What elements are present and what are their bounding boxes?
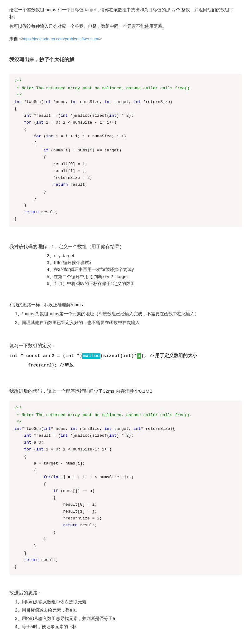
- final-item-3: 3、用for()从输入数组总寻找元素，并判断是否等于a: [15, 615, 242, 622]
- review-section: 复习一下数组的定义： int * const arr2 = (int *)mal…: [9, 342, 242, 369]
- analysis-item-4: 5、在第二个循环中用if()判断x+y ?= target: [22, 273, 242, 280]
- analysis-item-3: 4、在3的for循环中再用一次for循环挨个尝试y: [22, 266, 242, 273]
- source-link[interactable]: https://leetcode-cn.com/problems/two-sum…: [22, 37, 99, 41]
- malloc-highlight: malloc: [82, 353, 100, 359]
- section1-title-block: 我没写出来，抄了个大佬的解: [9, 56, 242, 64]
- intro-section: 给定一个整数数组 nums 和一个目标值 target，请你在该数组中找出和为目…: [9, 6, 242, 42]
- review-code-prefix: int * const arr2 = (int *): [9, 353, 82, 359]
- analysis-section: 我对该代码的理解：1、定义一个数组（用于储存结果） 2、x+y=target 3…: [9, 243, 242, 287]
- analysis-list: 2、x+y=target 3、用for循环挨个尝试x 4、在3的for循环中再用…: [9, 252, 242, 287]
- understanding-intro: 和我的思路一样，我没正确理解*nums: [9, 301, 242, 308]
- analysis-item-2: 3、用for循环挨个尝试x: [22, 259, 242, 266]
- final-list: 1、用for()从输入数组中依次选取元素 2、用目标值减去给元素，得到a 3、用…: [9, 598, 242, 630]
- source-reference: 来自 <https://leetcode-cn.com/problems/two…: [9, 35, 242, 42]
- review-code-line1: int * const arr2 = (int *)malloc(sizeof(…: [9, 352, 242, 360]
- understanding-item1-text: 1、*nums 为数组nums第一个元素的地址（即该数组已经输入完成，不需要在函…: [15, 310, 242, 317]
- understanding-item2-text: 2、同理其他在函数里已经定义好的，也不需要在函数中在次输入: [15, 319, 242, 326]
- final-section: 改进后的思路： 1、用for()从输入数组中依次选取元素 2、用目标值减去给元素…: [9, 589, 242, 630]
- improved-title: 我改进后的代码，较上一个程序运行时间少了32ms,内存消耗少0.1MB: [9, 387, 242, 395]
- understanding-item2: 2、同理其他在函数里已经定义好的，也不需要在函数中在次输入: [9, 319, 242, 326]
- review-free-code: free(arr2); //释放: [28, 363, 74, 368]
- improved-section: 我改进后的代码，较上一个程序运行时间少了32ms,内存消耗少0.1MB: [9, 387, 242, 395]
- review-code-end: ); //用于定义数组的大小: [141, 353, 197, 359]
- final-item-4: 4、等于a时，便记录元素的下标: [15, 623, 242, 630]
- intro-line2: 你可以假设每种输入只会对应一个答案。但是，数组中同一个元素不能使用两遍。: [9, 23, 242, 30]
- review-code-mid: (sizeof(int)*: [100, 353, 137, 359]
- understanding-section: 和我的思路一样，我没正确理解*nums 1、*nums 为数组nums第一个元素…: [9, 301, 242, 326]
- section1-title: 我没写出来，抄了个大佬的解: [9, 56, 242, 64]
- analysis-title: 我对该代码的理解：1、定义一个数组（用于储存结果）: [9, 243, 242, 250]
- intro-line1: 给定一个整数数组 nums 和一个目标值 target，请你在该数组中找出和为目…: [9, 6, 242, 20]
- analysis-item-1: 2、x+y=target: [22, 252, 242, 259]
- review-title: 复习一下数组的定义：: [9, 342, 242, 349]
- final-title: 改进后的思路：: [9, 589, 242, 597]
- final-item-2: 2、用目标值减去给元素，得到a: [15, 607, 242, 613]
- understanding-item1: 1、*nums 为数组nums第一个元素的地址（即该数组已经输入完成，不需要在函…: [9, 310, 242, 317]
- comment1: /** * Note: The returned array must be m…: [14, 79, 192, 97]
- a-highlight: a: [137, 353, 141, 359]
- analysis-item-5: 6、if（1）中将x和y的下标存储于1定义的数组: [22, 280, 242, 287]
- final-item-1: 1、用for()从输入数组中依次选取元素: [15, 598, 242, 605]
- code-block-1: /** * Note: The returned array must be m…: [9, 74, 242, 227]
- comment2: /** * Note: The returned array must be m…: [14, 406, 192, 424]
- review-code-line2: free(arr2); //释放: [28, 361, 242, 369]
- code-block-2: /** * Note: The returned array must be m…: [9, 401, 242, 575]
